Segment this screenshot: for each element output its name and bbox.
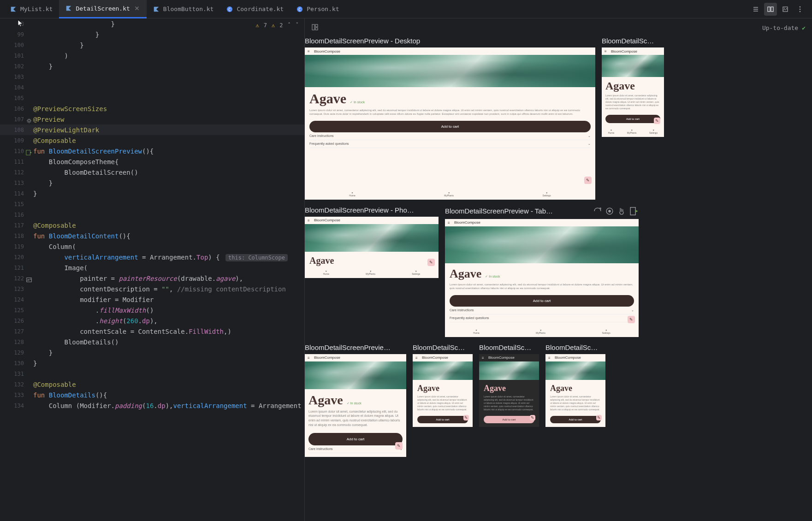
tab-coordinate[interactable]: C Coordinate.kt: [220, 0, 290, 18]
hamburger-icon: ≡: [308, 49, 312, 53]
code-line: }: [33, 20, 115, 28]
interactive-icon[interactable]: [605, 206, 615, 216]
editor-tabs: MyList.kt DetailScreen.kt BloomButton.kt…: [0, 0, 812, 18]
weak-warning-icon: ⚠: [272, 22, 275, 29]
tab-mylist[interactable]: MyList.kt: [4, 0, 59, 18]
hero-image: [602, 55, 664, 77]
preview-label: BloomDetailSc…: [602, 37, 664, 45]
accordion-item: Frequently asked questions⌄: [450, 314, 634, 322]
preview-card-medium[interactable]: ≡BloomCompose Agave Lorem ipsum dolor si…: [602, 47, 664, 137]
kotlin-file-icon: [153, 6, 160, 12]
preview-status-text: Up-to-date: [762, 24, 798, 31]
tab-detailscreen[interactable]: DetailScreen.kt: [59, 0, 146, 18]
add-to-cart-button: Add to cart: [309, 121, 591, 132]
svg-point-8: [800, 6, 801, 7]
hamburger-icon: ≡: [605, 49, 609, 53]
preview-card-xs[interactable]: ≡BloomCompose Agave Lorem ipsum dolor si…: [413, 354, 473, 427]
tabs-right-actions: [749, 3, 812, 16]
gesture-icon[interactable]: [616, 206, 627, 216]
kotlin-class-icon: C: [296, 6, 303, 12]
hamburger-icon: ≡: [448, 221, 452, 225]
warning-count: 7: [264, 22, 267, 29]
svg-rect-5: [771, 7, 773, 12]
hero-image: [445, 226, 639, 263]
svg-point-7: [784, 8, 785, 9]
code-line: }: [33, 41, 84, 49]
preview-label: BloomDetailSc…: [545, 343, 605, 351]
warning-icon: ⚠: [256, 22, 259, 29]
svg-point-9: [800, 8, 801, 10]
tab-bloombutton[interactable]: BloomButton.kt: [147, 0, 220, 18]
fab-edit: ✎: [427, 259, 435, 266]
add-to-cart-button: Add to cart: [605, 115, 660, 123]
inlay-hint: this: ColumnScope: [225, 254, 288, 261]
annotation: @PreviewScreenSizes: [33, 105, 107, 112]
preview-label: BloomDetailSc…: [479, 343, 539, 351]
accordion-item: Care instructions⌄: [309, 132, 591, 140]
image-gutter-icon[interactable]: [26, 277, 32, 283]
code-line: ): [33, 52, 68, 59]
annotation: @Composable: [33, 222, 76, 229]
more-icon[interactable]: [794, 3, 806, 16]
compose-preview-panel: Up-to-date ✔ BloomDetailScreenPreview - …: [304, 18, 812, 521]
preview-card-small[interactable]: ≡BloomCompose Agave✓ In stock Lorem ipsu…: [305, 354, 406, 457]
settings-gutter-icon[interactable]: [26, 118, 32, 124]
svg-point-10: [800, 11, 801, 12]
tab-label: DetailScreen.kt: [76, 5, 130, 12]
preview-label: BloomDetailScreenPreview - Tab…: [445, 207, 553, 215]
svg-text:C: C: [229, 7, 231, 12]
inspection-widget[interactable]: ⚠7 ⚠2 ˆ ˇ: [256, 22, 299, 29]
animation-icon[interactable]: [593, 206, 603, 216]
svg-rect-12: [26, 150, 30, 155]
accordion-item: Care instructions⌄: [450, 307, 634, 314]
design-view-button[interactable]: [779, 3, 792, 16]
tab-label: Person.kt: [307, 6, 339, 12]
chevron-down-icon[interactable]: ˇ: [296, 22, 299, 29]
kotlin-class-icon: C: [226, 6, 233, 12]
preview-label: BloomDetailScreenPreview - Pho…: [305, 206, 439, 214]
annotation: @PreviewLightDark: [33, 126, 99, 134]
split-view-button[interactable]: [764, 3, 777, 16]
svg-rect-15: [312, 24, 314, 30]
tab-label: MyList.kt: [20, 6, 53, 12]
preview-card-xs[interactable]: ≡BloomCompose Agave Lorem ipsum dolor si…: [545, 354, 605, 427]
close-icon[interactable]: [134, 5, 140, 12]
preview-card-phone[interactable]: ≡BloomCompose Agave ✎ ♥Home♥MyPlants♥Set…: [305, 217, 439, 278]
annotation: @Preview: [33, 116, 64, 123]
chevron-up-icon[interactable]: ˆ: [288, 22, 291, 29]
tab-person[interactable]: C Person.kt: [290, 0, 345, 18]
layout-toggle-button[interactable]: [311, 24, 319, 32]
preview-card-tablet[interactable]: ≡BloomCompose Agave✓ In stock Lorem ipsu…: [445, 219, 639, 337]
annotation: @Composable: [33, 381, 76, 388]
preview-label: BloomDetailSc…: [413, 343, 473, 351]
preview-label: BloomDetailScreenPreview - Desktop: [305, 37, 595, 45]
preview-item-actions: [593, 206, 639, 216]
fab-edit: ✎: [628, 316, 635, 323]
run-gutter-icon[interactable]: [26, 149, 32, 156]
hero-image: [305, 55, 595, 87]
kotlin-file-icon: [10, 6, 17, 12]
svg-rect-16: [315, 24, 318, 27]
hamburger-icon: ≡: [308, 219, 312, 222]
annotation: @Composable: [33, 137, 76, 144]
svg-rect-4: [768, 7, 770, 12]
svg-rect-20: [630, 207, 635, 215]
kotlin-file-icon: [65, 5, 72, 12]
preview-card-xs-dark[interactable]: ≡BloomCompose Agave Lorem ipsum dolor si…: [479, 354, 539, 427]
deploy-icon[interactable]: [628, 206, 639, 216]
svg-point-19: [608, 210, 611, 213]
list-view-button[interactable]: [749, 3, 762, 16]
hero-image: [305, 224, 439, 252]
fab-edit: ✎: [654, 118, 660, 124]
add-to-cart-button: Add to cart: [450, 295, 634, 307]
code-editor[interactable]: ⚠7 ⚠2 ˆ ˇ 98 } 99 } 100 } 101 ) 102 } 10…: [0, 18, 304, 521]
check-icon: ✔: [802, 24, 806, 31]
preview-card-desktop[interactable]: ≡BloomCompose Agave✓ In stock Lorem ipsu…: [305, 47, 595, 200]
fab-edit: ✎: [584, 177, 592, 184]
code-line: }: [33, 63, 53, 70]
weak-warning-count: 2: [279, 22, 283, 29]
preview-label: BloomDetailScreenPrevie…: [305, 343, 406, 351]
svg-rect-17: [315, 28, 318, 30]
tab-label: BloomButton.kt: [163, 6, 214, 12]
tab-label: Coordinate.kt: [237, 6, 284, 12]
